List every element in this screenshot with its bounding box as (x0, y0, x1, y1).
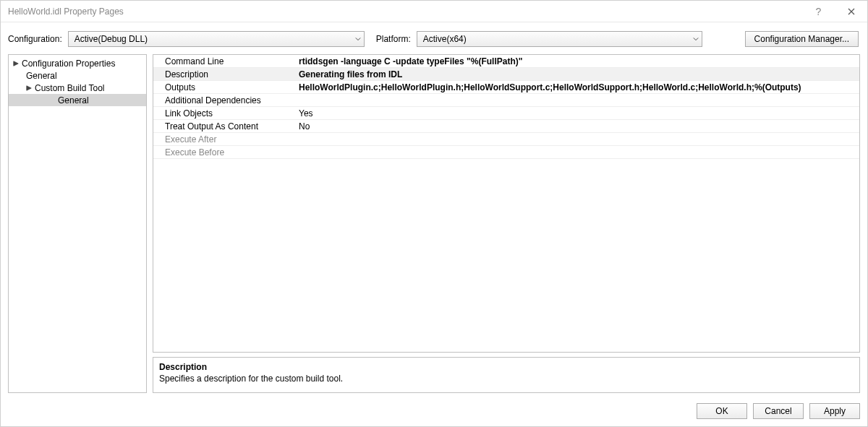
property-row[interactable]: Execute After (153, 133, 859, 146)
property-name: Command Line (153, 56, 294, 66)
property-row[interactable]: OutputsHelloWorldPlugin.c;HelloWorldPlug… (153, 81, 859, 94)
close-button[interactable] (835, 1, 867, 22)
chevron-down-icon (693, 34, 699, 44)
dialog-footer: OK Cancel Apply (1, 399, 867, 426)
config-row: Configuration: Active(Debug DLL) Platfor… (1, 22, 867, 54)
property-row[interactable]: Treat Output As ContentNo (153, 120, 859, 133)
configuration-label: Configuration: (8, 34, 62, 44)
tree-item-custom-build-tool[interactable]: Custom Build Tool (9, 82, 146, 94)
property-name: Treat Output As Content (153, 121, 294, 131)
platform-value: Active(x64) (423, 34, 467, 44)
configuration-value: Active(Debug DLL) (75, 34, 148, 44)
property-value[interactable]: rtiddsgen -language C -update typeFiles … (294, 56, 859, 66)
content-area: Configuration Properties General Custom … (1, 54, 867, 399)
tree-item-general[interactable]: General (9, 69, 146, 82)
right-stack: Command Linertiddsgen -language C -updat… (153, 54, 860, 393)
property-name: Execute Before (153, 147, 294, 158)
tree-item-config-properties[interactable]: Configuration Properties (9, 57, 146, 69)
property-name: Execute After (153, 134, 294, 145)
property-value[interactable]: No (294, 121, 859, 131)
property-row[interactable]: Execute Before (153, 146, 859, 159)
help-button[interactable]: ? (802, 1, 835, 22)
property-name: Description (153, 69, 294, 79)
title-bar: HelloWorld.idl Property Pages ? (1, 1, 867, 22)
property-value[interactable]: Yes (294, 108, 859, 118)
property-name: Outputs (153, 82, 294, 92)
expander-open-icon (13, 61, 19, 66)
configuration-manager-button[interactable]: Configuration Manager... (745, 31, 859, 47)
ok-button[interactable]: OK (697, 403, 747, 419)
category-tree[interactable]: Configuration Properties General Custom … (8, 54, 147, 393)
apply-button[interactable]: Apply (809, 403, 860, 419)
property-row[interactable]: Command Linertiddsgen -language C -updat… (153, 55, 859, 68)
help-panel: Description Specifies a description for … (153, 357, 860, 393)
configuration-dropdown[interactable]: Active(Debug DLL) (68, 31, 365, 47)
tree-item-general-selected[interactable]: General (9, 94, 146, 106)
property-value[interactable]: Generating files from IDL (294, 69, 859, 79)
help-body: Specifies a description for the custom b… (159, 374, 854, 384)
platform-dropdown[interactable]: Active(x64) (417, 31, 702, 47)
property-row[interactable]: DescriptionGenerating files from IDL (153, 68, 859, 81)
property-name: Link Objects (153, 108, 294, 118)
property-value[interactable]: HelloWorldPlugin.c;HelloWorldPlugin.h;He… (294, 82, 859, 92)
close-icon (848, 8, 855, 15)
property-name: Additional Dependencies (153, 95, 294, 105)
expander-open-icon (26, 85, 32, 91)
help-title: Description (159, 362, 854, 372)
window-title: HelloWorld.idl Property Pages (8, 7, 802, 17)
property-grid[interactable]: Command Linertiddsgen -language C -updat… (153, 54, 860, 353)
property-row[interactable]: Link ObjectsYes (153, 107, 859, 120)
property-row[interactable]: Additional Dependencies (153, 94, 859, 107)
cancel-button[interactable]: Cancel (753, 403, 804, 419)
chevron-down-icon (355, 34, 361, 44)
platform-label: Platform: (376, 34, 411, 44)
